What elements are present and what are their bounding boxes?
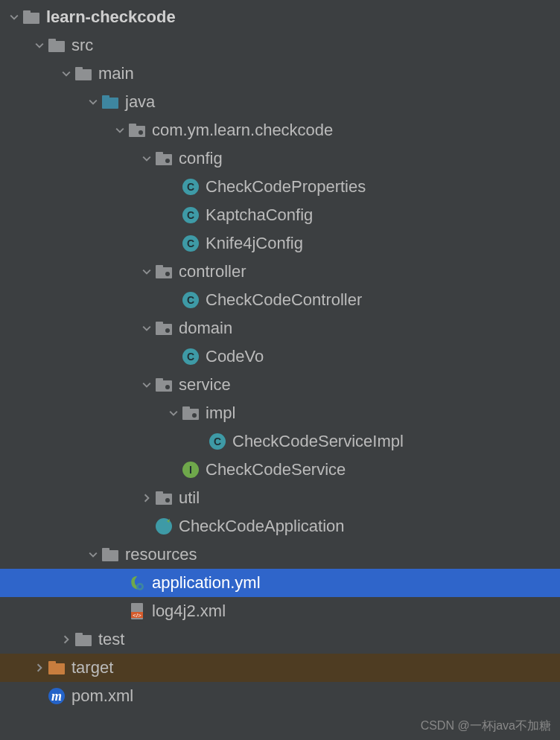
svg-text:</>: </> [133,612,141,619]
svg-rect-42 [75,633,83,637]
svg-point-26 [192,413,197,418]
xml-file-icon: </> [128,602,146,620]
folder-icon [22,8,40,26]
tree-item-label: com.ym.learn.checkcode [152,121,333,140]
tree-item-application-yml[interactable]: application.yml [0,569,560,597]
source-folder-icon [101,93,119,111]
tree-item-label: config [179,149,223,168]
tree-item-label: resources [125,545,197,564]
tree-item-class[interactable]: C CheckCodeServiceImpl [0,427,560,456]
chevron-down-icon [112,126,128,135]
package-icon [182,404,200,422]
tree-item-label: service [179,375,231,395]
package-icon [155,263,173,281]
svg-rect-9 [129,126,145,137]
tree-item-target[interactable]: target [0,654,560,682]
maven-icon: m [48,687,66,705]
tree-item-label: CheckCodeController [206,290,362,310]
svg-rect-6 [75,67,83,71]
svg-rect-12 [156,154,172,165]
class-icon: C [182,291,200,309]
chevron-down-icon [58,69,74,78]
chevron-down-icon [139,380,155,389]
tree-item-class[interactable]: C KaptchaConfig [0,201,560,229]
resources-folder-icon [101,546,119,564]
svg-rect-18 [156,324,172,335]
tree-item-label: domain [179,319,232,338]
tree-item-test[interactable]: test [0,625,560,654]
tree-item-config[interactable]: config [0,144,560,173]
svg-rect-22 [156,378,163,382]
tree-item-label: main [98,64,134,83]
folder-icon [74,65,92,83]
svg-rect-27 [156,494,172,505]
package-icon [155,319,173,337]
tree-item-service[interactable]: service [0,371,560,399]
tree-item-resources[interactable]: resources [0,540,560,569]
chevron-down-icon [6,13,22,22]
chevron-down-icon [165,409,182,418]
tree-item-class[interactable]: C CheckCodeProperties [0,173,560,201]
tree-item-src[interactable]: src [0,31,560,60]
tree-item-package[interactable]: com.ym.learn.checkcode [0,116,560,144]
chevron-down-icon [85,98,101,106]
svg-rect-3 [48,41,65,52]
tree-item-label: log4j2.xml [152,602,226,621]
tree-item-pom[interactable]: m pom.xml [0,682,560,710]
tree-item-log4j2[interactable]: </> log4j2.xml [0,597,560,625]
chevron-down-icon [139,154,155,163]
tree-item-java[interactable]: java [0,88,560,116]
tree-item-label: Knife4jConfig [206,234,303,253]
svg-rect-19 [156,322,163,325]
svg-rect-1 [23,10,31,14]
tree-item-main[interactable]: main [0,60,560,88]
svg-point-37 [139,585,141,588]
tree-item-interface[interactable]: I CheckCodeService [0,456,560,484]
tree-item-class[interactable]: C CodeVo [0,342,560,371]
svg-rect-35 [117,556,118,560]
spring-config-icon [128,574,146,592]
svg-rect-28 [156,491,163,495]
project-tree: learn-checkcode src main java com.ym.lea… [0,0,560,710]
svg-rect-24 [182,409,199,420]
folder-icon [74,631,92,648]
tree-item-label: java [125,92,155,112]
tree-item-label: CheckCodeApplication [179,517,345,536]
folder-icon [48,36,66,54]
class-icon: C [182,235,200,252]
tree-item-util[interactable]: util [0,484,560,512]
svg-rect-44 [48,661,56,665]
tree-item-domain[interactable]: domain [0,314,560,342]
class-icon: C [209,433,226,450]
tree-item-root[interactable]: learn-checkcode [0,3,560,31]
svg-rect-4 [48,39,56,42]
tree-item-label: target [71,658,113,677]
tree-item-label: pom.xml [71,686,133,706]
tree-item-label: src [71,36,93,55]
svg-rect-25 [182,406,190,410]
package-icon [155,376,173,394]
tree-item-controller[interactable]: controller [0,258,560,286]
package-icon [155,489,173,507]
tree-item-class[interactable]: CheckCodeApplication [0,512,560,540]
tree-item-label: learn-checkcode [46,7,176,27]
tree-item-label: KaptchaConfig [206,205,313,225]
tree-item-class[interactable]: C CheckCodeController [0,286,560,314]
svg-point-23 [165,385,170,389]
svg-point-30 [156,518,172,535]
svg-rect-41 [75,635,92,646]
svg-rect-34 [115,555,116,560]
chevron-right-icon [31,663,48,672]
chevron-down-icon [139,267,155,276]
tree-item-label: util [179,488,200,508]
tree-item-label: CheckCodeService [206,460,346,479]
excluded-folder-icon [48,659,66,677]
chevron-right-icon [139,494,155,503]
tree-item-class[interactable]: C Knife4jConfig [0,229,560,258]
svg-rect-2 [31,19,36,24]
chevron-down-icon [139,324,155,333]
svg-rect-5 [75,69,92,80]
package-icon [128,121,146,139]
tree-item-impl[interactable]: impl [0,399,560,427]
svg-rect-33 [112,553,114,560]
